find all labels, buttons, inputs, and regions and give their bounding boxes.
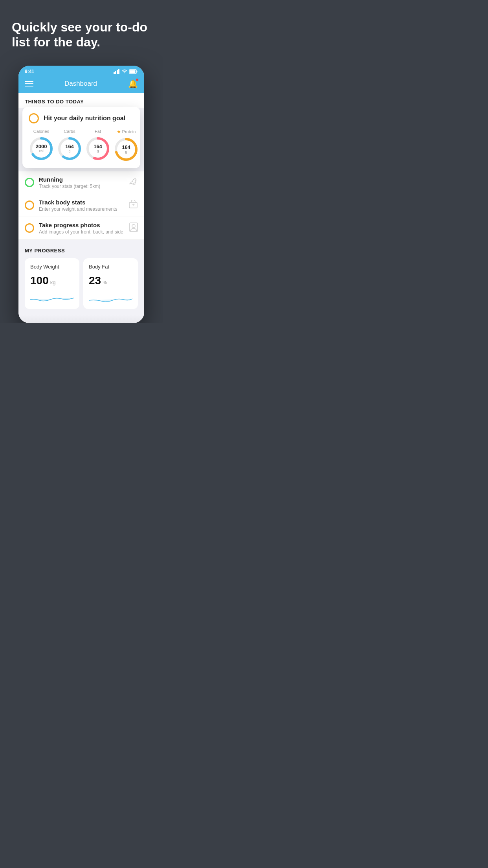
body-fat-value-container: 23 %	[89, 274, 132, 287]
carbs-donut: 164 g	[57, 136, 82, 161]
fat-stat: Fat 164 g	[85, 129, 110, 162]
body-fat-chart	[89, 292, 132, 303]
body-stats-name: Track body stats	[39, 199, 124, 206]
photos-checkbox[interactable]	[25, 223, 34, 233]
calories-label: Calories	[33, 129, 49, 134]
body-weight-value-container: 100 kg	[30, 274, 74, 287]
status-icons	[114, 69, 138, 74]
nutrition-title: Hit your daily nutrition goal	[44, 115, 125, 122]
fat-donut: 164 g	[85, 136, 110, 161]
svg-rect-3	[118, 69, 119, 74]
todo-list: Running Track your stats (target: 5km)	[18, 171, 144, 240]
protein-unit: g	[122, 150, 130, 154]
hero-title: Quickly see your to-do list for the day.	[12, 20, 151, 50]
body-weight-card[interactable]: Body Weight 100 kg	[25, 258, 79, 309]
calories-donut: 2000 cal	[29, 136, 54, 161]
svg-rect-0	[114, 72, 115, 74]
progress-title: MY PROGRESS	[25, 248, 138, 254]
progress-section: MY PROGRESS Body Weight 100 kg	[18, 240, 144, 315]
svg-rect-6	[137, 71, 138, 72]
body-weight-title: Body Weight	[30, 264, 74, 270]
scale-icon	[128, 200, 138, 211]
todo-item-running[interactable]: Running Track your stats (target: 5km)	[18, 171, 144, 194]
phone-bottom	[18, 315, 144, 323]
bell-icon[interactable]: 🔔	[128, 79, 138, 88]
body-stats-checkbox[interactable]	[25, 200, 34, 210]
content-area: THINGS TO DO TODAY Hit your daily nutrit…	[18, 93, 144, 323]
calories-stat: Calories 2000 cal	[29, 129, 54, 162]
photos-name: Take progress photos	[39, 222, 125, 228]
protein-stat: ★ Protein 164 g	[114, 129, 139, 162]
phone-mockup: 9:41	[0, 66, 163, 323]
svg-point-19	[132, 224, 135, 228]
progress-cards: Body Weight 100 kg	[25, 258, 138, 309]
status-bar: 9:41	[18, 66, 144, 76]
things-to-do-header: THINGS TO DO TODAY	[18, 93, 144, 108]
wifi-icon	[121, 69, 128, 74]
body-stats-sub: Enter your weight and measurements	[39, 206, 124, 212]
carbs-label: Carbs	[64, 129, 75, 134]
notification-dot	[136, 78, 139, 81]
hero-section: Quickly see your to-do list for the day.	[0, 0, 163, 58]
calories-unit: cal	[36, 149, 47, 153]
fat-unit: g	[94, 149, 102, 153]
fat-label: Fat	[95, 129, 101, 134]
protein-label: ★ Protein	[117, 129, 136, 134]
svg-rect-1	[115, 71, 116, 74]
running-checkbox[interactable]	[25, 178, 34, 187]
running-text: Running Track your stats (target: 5km)	[39, 176, 124, 189]
todo-item-photos[interactable]: Take progress photos Add images of your …	[18, 217, 144, 240]
protein-value: 164	[122, 145, 130, 150]
fat-value: 164	[94, 144, 102, 149]
body-weight-unit: kg	[50, 280, 56, 285]
things-to-do-title: THINGS TO DO TODAY	[25, 99, 138, 105]
nutrition-stats: Calories 2000 cal	[29, 129, 134, 162]
nutrition-card-header: Hit your daily nutrition goal	[29, 113, 134, 123]
person-icon	[129, 223, 138, 234]
photos-sub: Add images of your front, back, and side	[39, 229, 125, 235]
protein-star-icon: ★	[117, 129, 121, 134]
nutrition-checkbox[interactable]	[29, 113, 39, 123]
protein-donut: 164 g	[114, 137, 139, 162]
body-stats-text: Track body stats Enter your weight and m…	[39, 199, 124, 212]
nav-bar: Dashboard 🔔	[18, 76, 144, 93]
body-fat-number: 23	[89, 274, 101, 287]
body-weight-chart	[30, 292, 74, 303]
svg-rect-5	[130, 70, 136, 73]
body-fat-unit: %	[103, 280, 107, 285]
hamburger-menu[interactable]	[25, 81, 33, 86]
running-icon	[128, 178, 138, 188]
status-time: 9:41	[25, 69, 34, 74]
nutrition-card: Hit your daily nutrition goal Calories	[22, 107, 140, 168]
battery-icon	[129, 69, 138, 74]
nav-title: Dashboard	[64, 80, 97, 88]
photos-text: Take progress photos Add images of your …	[39, 222, 125, 235]
body-fat-card[interactable]: Body Fat 23 %	[83, 258, 138, 309]
svg-rect-2	[117, 70, 118, 74]
body-weight-number: 100	[30, 274, 49, 287]
calories-value: 2000	[36, 144, 47, 149]
todo-item-body-stats[interactable]: Track body stats Enter your weight and m…	[18, 194, 144, 217]
running-sub: Track your stats (target: 5km)	[39, 184, 124, 189]
carbs-unit: g	[65, 149, 74, 153]
carbs-value: 164	[65, 144, 74, 149]
phone-screen: 9:41	[18, 66, 144, 323]
signal-icon	[114, 69, 120, 74]
body-fat-title: Body Fat	[89, 264, 132, 270]
carbs-stat: Carbs 164 g	[57, 129, 82, 162]
running-name: Running	[39, 176, 124, 183]
